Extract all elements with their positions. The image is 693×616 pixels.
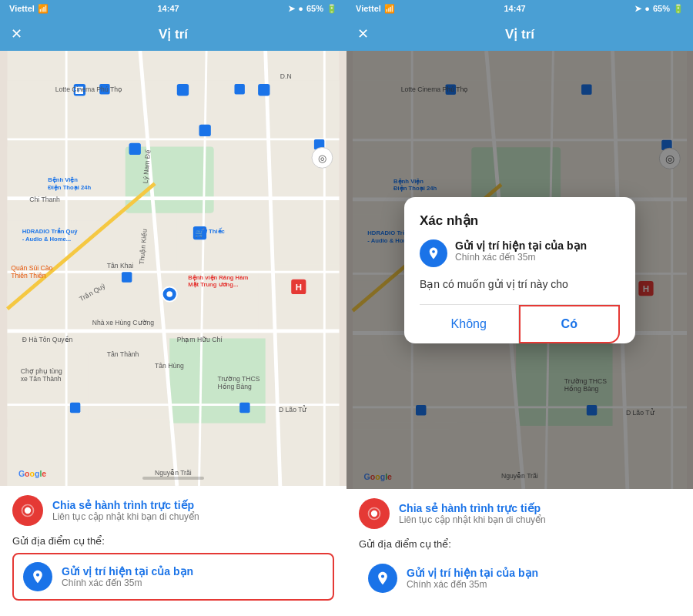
svg-text:D Lão Tử: D Lão Tử (279, 405, 307, 413)
status-right: ➤ ● 65% 🔋 (288, 4, 337, 14)
share-live-row-right[interactable]: Chia sẻ hành trình trực tiếp Liên tục cậ… (359, 498, 681, 529)
location-item-right[interactable]: Gửi vị trí hiện tại của bạn Chính xác đế… (359, 556, 681, 601)
svg-text:HDRADIO Trần Quý: HDRADIO Trần Quý (22, 227, 79, 235)
share-live-icon-right (359, 498, 390, 529)
right-phone-panel: Viettel 📶 14:47 ➤ ● 65% 🔋 ✕ Vị trí (346, 0, 693, 616)
svg-text:- Audio & Home...: - Audio & Home... (22, 236, 72, 243)
share-live-subtitle: Liên tục cập nhật khi bạn di chuyển (52, 511, 199, 522)
app-header-right: ✕ Vị trí (346, 17, 693, 51)
svg-rect-47 (234, 84, 244, 94)
share-live-text-right: Chia sẻ hành trình trực tiếp Liên tục cậ… (399, 502, 546, 525)
section-label-right: Gửi địa điểm cụ thể: (359, 538, 681, 550)
close-button-left[interactable]: ✕ (11, 25, 22, 42)
status-bar-left: Viettel 📶 14:47 ➤ ● 65% 🔋 (0, 0, 346, 17)
svg-text:Bệnh Viện: Bệnh Viện (48, 176, 78, 183)
svg-text:Quán Súi Cào: Quán Súi Cào (11, 264, 52, 272)
svg-point-82 (25, 507, 31, 514)
svg-text:Bệnh viện Răng Hàm: Bệnh viện Răng Hàm (188, 274, 248, 281)
status-bar-right: Viettel 📶 14:47 ➤ ● 65% 🔋 (346, 0, 693, 17)
status-right-right: ➤ ● 65% 🔋 (634, 4, 684, 14)
map-overlay: Xác nhận Gửi vị trí hiện tại của bạn Chí… (346, 51, 693, 489)
svg-text:Nhà xe Hùng Cường: Nhà xe Hùng Cường (92, 319, 155, 326)
location-subtitle-left: Chính xác đến 35m (62, 578, 193, 588)
location-icon-left (23, 562, 52, 591)
svg-rect-40 (129, 143, 141, 155)
location-text-right: Gửi vị trí hiện tại của bạn Chính xác đế… (407, 567, 538, 590)
svg-rect-41 (199, 125, 211, 136)
bottom-panel-left: Chia sẻ hành trình trực tiếp Liên tục cậ… (0, 486, 346, 616)
svg-rect-8 (184, 206, 265, 280)
location-text-left: Gửi vị trí hiện tại của bạn Chính xác đế… (62, 565, 193, 588)
dialog-location-title: Gửi vị trí hiện tại của bạn (455, 239, 587, 252)
scroll-indicator (142, 477, 204, 480)
svg-text:Tân Thành: Tân Thành (107, 350, 139, 358)
location-icon-status-right: ➤ (634, 4, 641, 14)
svg-rect-38 (177, 84, 189, 95)
signal-icon: ● (298, 4, 303, 13)
svg-text:H: H (296, 283, 302, 292)
app-title-right: Vị trí (505, 26, 534, 42)
status-left: Viettel 📶 (9, 4, 49, 14)
share-live-icon (12, 495, 43, 526)
svg-text:◎: ◎ (318, 152, 326, 164)
time-label: 14:47 (157, 4, 179, 13)
svg-rect-50 (70, 403, 80, 413)
location-icon-right (368, 564, 397, 593)
dialog-location-subtitle: Chính xác đến 35m (455, 252, 587, 263)
dialog-cancel-button[interactable]: Không (420, 305, 519, 343)
svg-text:Nguyễn Trãi: Nguyễn Trãi (155, 469, 192, 477)
close-button-right[interactable]: ✕ (357, 25, 369, 42)
dialog-confirm-button[interactable]: Có (519, 305, 621, 343)
battery-icon: 🔋 (326, 4, 337, 14)
svg-text:Đ Hà Tôn Quyền: Đ Hà Tôn Quyền (22, 336, 73, 343)
signal-icon-right: ● (644, 4, 650, 13)
svg-text:Mặt Trung ương...: Mặt Trung ương... (188, 281, 238, 288)
svg-text:Tân Khai: Tân Khai (107, 262, 134, 270)
svg-text:Chi Thanh: Chi Thanh (29, 196, 60, 203)
time-label-right: 14:47 (504, 4, 525, 13)
battery-icon-right: 🔋 (673, 4, 684, 14)
svg-rect-49 (122, 272, 132, 282)
svg-rect-39 (258, 84, 270, 95)
svg-text:Thiên Thiên: Thiên Thiên (11, 272, 46, 280)
battery-label-right: 65% (653, 4, 670, 13)
confirm-dialog: Xác nhận Gửi vị trí hiện tại của bạn Chí… (404, 197, 635, 343)
share-live-title: Chia sẻ hành trình trực tiếp (52, 499, 199, 511)
svg-text:Trường THCS: Trường THCS (217, 375, 259, 383)
status-right-left: Viettel 📶 (356, 4, 395, 14)
location-item-left[interactable]: Gửi vị trí hiện tại của bạn Chính xác đế… (12, 553, 334, 601)
share-live-subtitle-right: Liên tục cập nhật khi bạn di chuyển (399, 514, 546, 525)
bottom-panel-right: Chia sẻ hành trình trực tiếp Liên tục cậ… (346, 489, 693, 616)
svg-text:Chợ phụ tùng: Chợ phụ tùng (21, 367, 62, 375)
section-label-left: Gửi địa điểm cụ thể: (12, 535, 334, 547)
svg-text:xe Tân Thành: xe Tân Thành (21, 375, 62, 383)
share-live-row[interactable]: Chia sẻ hành trình trực tiếp Liên tục cậ… (12, 495, 334, 526)
svg-point-35 (166, 291, 172, 297)
svg-point-146 (371, 511, 377, 517)
location-subtitle-right: Chính xác đến 35m (407, 579, 538, 590)
battery-label: 65% (306, 4, 323, 13)
svg-text:Chợ Thiếc: Chợ Thiếc (196, 227, 226, 235)
dialog-buttons: Không Có (420, 304, 620, 343)
dialog-location-text: Gửi vị trí hiện tại của bạn Chính xác đế… (455, 239, 587, 263)
left-phone-panel: Viettel 📶 14:47 ➤ ● 65% 🔋 ✕ Vị trí (0, 0, 346, 616)
svg-text:Hồng Bàng: Hồng Bàng (217, 383, 252, 390)
map-area-right: 🛒 H ◎ Bệnh Viện Điện Thoại 24h HDRADIO T… (346, 51, 693, 489)
dialog-location-icon (420, 239, 447, 267)
carrier-label-right: Viettel (356, 4, 381, 13)
svg-text:D.N: D.N (280, 72, 292, 80)
svg-text:Điện Thoại 24h: Điện Thoại 24h (48, 184, 91, 191)
svg-text:Google: Google (18, 470, 46, 479)
svg-rect-17 (273, 331, 339, 412)
share-live-text: Chia sẻ hành trình trực tiếp Liên tục cậ… (52, 499, 199, 522)
location-title-right: Gửi vị trí hiện tại của bạn (407, 567, 538, 579)
svg-text:Phạm Hữu Chí: Phạm Hữu Chí (177, 336, 223, 343)
location-title-left: Gửi vị trí hiện tại của bạn (62, 565, 193, 578)
share-live-title-right: Chia sẻ hành trình trực tiếp (399, 502, 546, 514)
svg-text:Lotte Cinema Phú Thọ: Lotte Cinema Phú Thọ (55, 85, 122, 93)
dialog-message: Bạn có muốn gửi vị trí này cho (420, 278, 620, 290)
app-header-left: ✕ Vị trí (0, 17, 346, 51)
dialog-location-row: Gửi vị trí hiện tại của bạn Chính xác đế… (420, 239, 620, 267)
wifi-icon: 📶 (38, 4, 49, 14)
svg-text:Tân Hùng: Tân Hùng (155, 362, 184, 370)
